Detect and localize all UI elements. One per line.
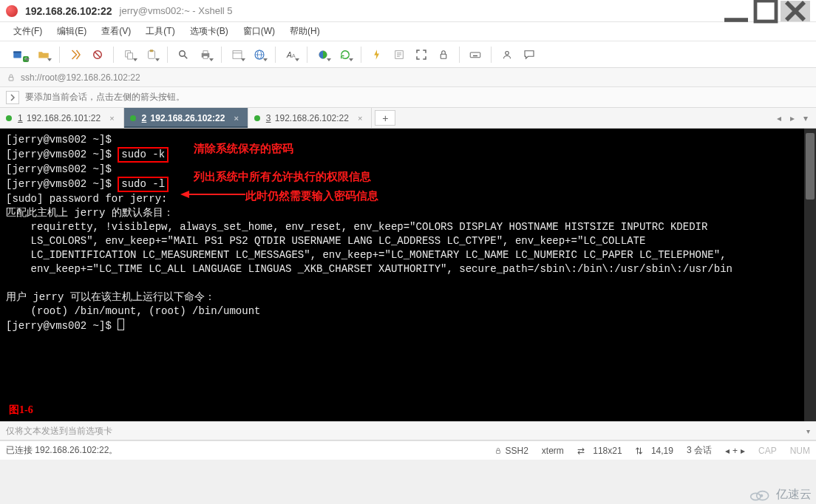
status-pos: ⇄ 14,19	[636, 446, 673, 456]
refresh-button[interactable]	[336, 45, 355, 64]
status-proto: SSH2	[506, 446, 528, 456]
scrollbar-thumb[interactable]	[806, 133, 815, 200]
open-folder-button[interactable]	[34, 45, 53, 64]
terminal-scrollbar[interactable]	[804, 129, 816, 421]
session-tab-1[interactable]: 1 192.168.26.101:22 ×	[0, 108, 124, 128]
line: LC_IDENTIFICATION LC_MEASUREMENT LC_MESS…	[6, 249, 727, 261]
menu-tools[interactable]: 工具(T)	[140, 24, 180, 39]
line: [jerry@vms002 ~]$	[6, 163, 112, 175]
toolbar-separator	[491, 47, 492, 63]
menu-edit[interactable]: 编辑(E)	[51, 24, 92, 39]
session-tab-3[interactable]: 3 192.168.26.102:22 ×	[248, 108, 373, 128]
line: [jerry@vms002 ~]$	[6, 178, 112, 190]
brand-watermark: 亿速云	[747, 487, 812, 503]
line: [sudo] password for jerry:	[6, 193, 167, 205]
svg-rect-1	[755, 1, 776, 21]
contacts-button[interactable]	[497, 45, 517, 64]
svg-rect-5	[13, 51, 21, 52]
line: [jerry@vms002 ~]$	[6, 134, 112, 146]
paste-button[interactable]	[142, 45, 161, 64]
status-size: ⇄ 118x21	[577, 446, 622, 456]
terminal-area: [jerry@vms002 ~]$ [jerry@vms002 ~]$ sudo…	[0, 129, 816, 421]
menu-tab[interactable]: 选项卡(B)	[184, 24, 234, 39]
menu-window[interactable]: 窗口(W)	[237, 24, 281, 39]
status-sessions: 3 会话	[687, 444, 712, 457]
globe-button[interactable]	[250, 45, 269, 64]
fullscreen-button[interactable]	[412, 45, 431, 64]
window-title-sub: jerry@vms002:~ - Xshell 5	[120, 5, 233, 16]
annotation-text: 清除系统保存的密码	[194, 142, 293, 156]
toolbar-separator	[307, 47, 307, 63]
tab-number: 2	[142, 113, 147, 123]
search-button[interactable]	[174, 45, 193, 64]
tab-next-button[interactable]: ▸	[786, 113, 798, 123]
plus-icon[interactable]: +	[732, 446, 738, 456]
minimize-button[interactable]	[721, 1, 751, 21]
arrows-ud-icon: ⇄	[634, 447, 645, 454]
address-url[interactable]: ssh://root@192.168.26.102:22	[21, 72, 140, 83]
font-button[interactable]: AA	[282, 45, 301, 64]
tip-text: 要添加当前会话，点击左侧的箭头按钮。	[25, 91, 185, 103]
menu-help[interactable]: 帮助(H)	[284, 24, 326, 39]
close-button[interactable]	[781, 1, 810, 21]
toolbar-separator	[275, 47, 276, 63]
toolbar-separator	[361, 47, 361, 63]
tab-prev-button[interactable]: ◂	[773, 113, 785, 123]
status-termtype: xterm	[542, 446, 564, 456]
chevron-down-icon[interactable]: ▾	[806, 427, 810, 435]
svg-rect-29	[441, 54, 446, 58]
reconnect-button[interactable]	[66, 45, 85, 64]
toolbar-separator	[167, 47, 168, 63]
send-placeholder: 仅将文本发送到当前选项卡	[6, 425, 112, 437]
plus-icon: +	[23, 56, 29, 62]
line: 匹配此主机上 jerry 的默认条目：	[6, 207, 174, 219]
status-dot-icon	[130, 115, 136, 121]
chevron-left-icon[interactable]: ◂	[725, 446, 730, 456]
menu-file[interactable]: 文件(F)	[7, 24, 48, 39]
disconnect-button[interactable]	[88, 45, 107, 64]
maximize-button[interactable]	[751, 1, 781, 21]
status-dot-icon	[6, 115, 12, 121]
lock-button[interactable]	[434, 45, 453, 64]
chevron-right-icon[interactable]: ▸	[741, 446, 745, 456]
print-button[interactable]	[196, 45, 215, 64]
tab-label: 192.168.26.101:22	[27, 113, 101, 123]
menubar: 文件(F) 编辑(E) 查看(V) 工具(T) 选项卡(B) 窗口(W) 帮助(…	[0, 22, 816, 41]
keyboard-button[interactable]	[466, 45, 485, 64]
line: env_keep+="LC_TIME LC_ALL LANGUAGE LINGU…	[6, 263, 732, 275]
cloud-icon	[747, 488, 772, 503]
add-tab-button[interactable]: +	[375, 110, 395, 126]
highlighted-command: sudo -l	[118, 177, 169, 192]
tab-close-icon[interactable]: ×	[109, 114, 114, 123]
lightning-button[interactable]	[367, 45, 387, 64]
send-input-row[interactable]: 仅将文本发送到当前选项卡 ▾	[0, 421, 816, 440]
highlighted-command: sudo -k	[118, 147, 169, 163]
menu-view[interactable]: 查看(V)	[95, 24, 137, 39]
toolbar-separator	[459, 47, 460, 63]
arrows-lr-icon: ⇄	[577, 446, 585, 456]
script-button[interactable]	[390, 45, 409, 64]
copy-button[interactable]	[120, 45, 139, 64]
session-tab-2[interactable]: 2 192.168.26.102:22 ×	[124, 108, 248, 128]
tab-nav: ◂ ▸ ▾	[773, 108, 816, 128]
statusbar: 已连接 192.168.26.102:22。 SSH2 xterm ⇄ 118x…	[0, 440, 816, 460]
line: [jerry@vms002 ~]$	[6, 149, 112, 160]
color-button[interactable]	[313, 45, 333, 64]
line: LS_COLORS", env_keep+="MAIL PS1 PS2 QTDI…	[6, 235, 645, 247]
toolbar-separator	[221, 47, 222, 63]
tab-close-icon[interactable]: ×	[234, 114, 238, 123]
svg-rect-11	[150, 50, 154, 52]
chat-button[interactable]	[520, 45, 539, 64]
svg-rect-15	[203, 50, 208, 53]
svg-rect-17	[233, 50, 242, 58]
add-session-arrow-button[interactable]	[6, 91, 19, 104]
tab-menu-button[interactable]: ▾	[800, 113, 812, 123]
new-session-button[interactable]: +	[6, 45, 31, 64]
terminal[interactable]: [jerry@vms002 ~]$ [jerry@vms002 ~]$ sudo…	[0, 129, 816, 421]
tab-close-icon[interactable]: ×	[358, 114, 362, 123]
app-icon	[6, 5, 18, 17]
annotation-text: 列出系统中所有允许执行的权限信息	[194, 170, 371, 184]
status-dot-icon	[254, 115, 260, 121]
toolbar-separator	[113, 47, 114, 63]
properties-button[interactable]	[228, 45, 247, 64]
